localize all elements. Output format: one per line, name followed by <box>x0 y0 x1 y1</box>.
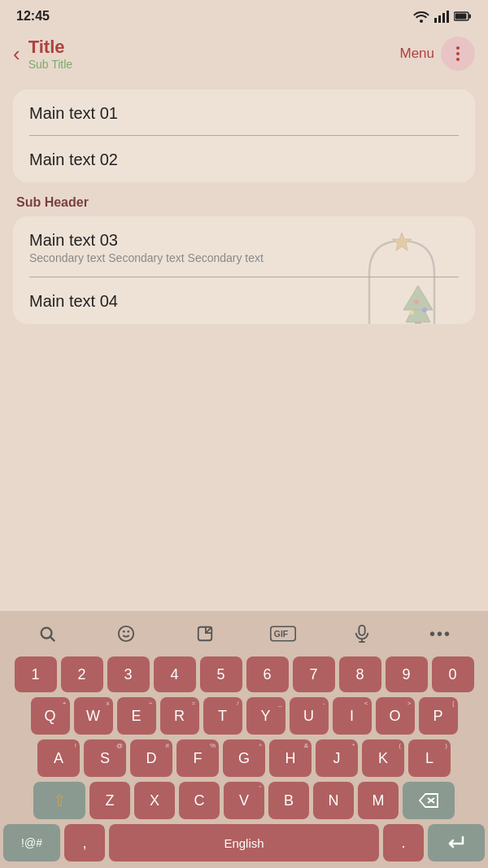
key-8[interactable]: 8 <box>339 656 381 692</box>
key-S[interactable]: @S <box>84 739 126 777</box>
gif-toolbar-icon[interactable]: GIF <box>268 619 298 648</box>
status-time: 12:45 <box>16 9 50 24</box>
key-9[interactable]: 9 <box>386 656 428 692</box>
status-bar: 12:45 <box>0 0 488 29</box>
more-toolbar-icon[interactable]: ••• <box>426 619 455 648</box>
key-R[interactable]: =R <box>160 697 199 735</box>
list-item-1[interactable]: Main text 01 <box>13 89 475 136</box>
key-H[interactable]: &H <box>269 739 312 777</box>
zxcv-row: ⇧ZXC"VBNM <box>3 782 485 819</box>
key-L[interactable]: )L <box>408 739 451 777</box>
mic-toolbar-icon[interactable] <box>347 619 377 648</box>
more-dots-icon <box>456 46 460 61</box>
main-text-04: Main text 04 <box>29 292 459 311</box>
key-T[interactable]: /T <box>203 697 242 735</box>
delete-key[interactable] <box>403 782 455 819</box>
content-area: Main text 01 Main text 02 Sub Header Mai… <box>0 81 488 513</box>
shift-icon: ⇧ <box>53 791 67 810</box>
svg-rect-2 <box>442 13 445 23</box>
svg-point-17 <box>119 626 133 641</box>
key-A[interactable]: !A <box>37 739 80 777</box>
keyboard-toolbar: GIF ••• <box>0 611 488 653</box>
list-item-4[interactable]: Main text 04 <box>13 277 475 324</box>
key-D[interactable]: #D <box>130 739 172 777</box>
key-I[interactable]: <I <box>333 697 372 735</box>
number-row: 1234567890 <box>3 656 485 692</box>
period-label: . <box>401 835 405 852</box>
key-X[interactable]: X <box>134 782 175 819</box>
bottom-row: !@# , English . <box>0 824 488 868</box>
app-title: Title <box>28 37 72 58</box>
menu-button[interactable]: Menu <box>399 46 434 62</box>
period-key[interactable]: . <box>383 824 424 861</box>
key-W[interactable]: xW <box>74 697 113 735</box>
comma-label: , <box>82 835 86 852</box>
key-C[interactable]: C <box>179 782 220 819</box>
more-options-button[interactable] <box>441 37 475 71</box>
svg-rect-23 <box>359 626 364 635</box>
battery-icon <box>454 11 472 22</box>
sticker-toolbar-icon[interactable] <box>190 619 220 648</box>
key-Y[interactable]: _Y <box>246 697 285 735</box>
comma-key[interactable]: , <box>64 824 105 861</box>
enter-icon <box>447 835 466 850</box>
sub-header: Sub Header <box>13 190 475 216</box>
emoji-toolbar-icon[interactable] <box>111 619 141 648</box>
main-text-02: Main text 02 <box>29 150 459 169</box>
wifi-icon <box>413 10 429 23</box>
app-bar-right: Menu <box>399 37 475 71</box>
key-5[interactable]: 5 <box>200 656 242 692</box>
shift-key[interactable]: ⇧ <box>33 782 85 819</box>
key-3[interactable]: 3 <box>107 656 150 692</box>
number-row-container: 1234567890 +QxW÷E=R/T_Y-U<I>O[P !A@S#D%F… <box>0 653 488 819</box>
space-key[interactable]: English <box>109 824 379 861</box>
enter-key[interactable] <box>428 824 485 861</box>
asdf-row: !A@S#D%F^G&H*J(K)L <box>3 739 485 777</box>
svg-line-16 <box>50 637 54 641</box>
key-J[interactable]: *J <box>316 739 358 777</box>
list-card-2: Main text 03 Secondary text Secondary te… <box>13 216 475 324</box>
keyboard-area: GIF ••• 1234567890 +QxW÷E=R/T_Y-U<I>O[P … <box>0 611 488 868</box>
qwerty-row: +QxW÷E=R/T_Y-U<I>O[P <box>3 697 485 735</box>
title-block: Title Sub Title <box>28 37 72 71</box>
key-Z[interactable]: Z <box>89 782 130 819</box>
key-M[interactable]: M <box>358 782 399 819</box>
svg-rect-6 <box>455 14 467 20</box>
key-U[interactable]: -U <box>290 697 329 735</box>
key-2[interactable]: 2 <box>61 656 103 692</box>
key-7[interactable]: 7 <box>293 656 335 692</box>
sym-label: !@# <box>21 836 42 849</box>
key-1[interactable]: 1 <box>15 656 57 692</box>
app-bar-left: ‹ Title Sub Title <box>13 37 72 71</box>
key-K[interactable]: (K <box>362 739 404 777</box>
key-E[interactable]: ÷E <box>117 697 156 735</box>
list-item-2[interactable]: Main text 02 <box>13 136 475 182</box>
key-P[interactable]: [P <box>419 697 458 735</box>
svg-rect-0 <box>434 18 437 23</box>
key-6[interactable]: 6 <box>246 656 289 692</box>
key-N[interactable]: N <box>313 782 354 819</box>
key-V[interactable]: "V <box>224 782 264 819</box>
main-text-01: Main text 01 <box>29 104 459 123</box>
key-0[interactable]: 0 <box>432 656 474 692</box>
key-Q[interactable]: +Q <box>31 697 70 735</box>
secondary-text-03: Secondary text Secondary text Secondary … <box>29 251 459 264</box>
status-icons <box>413 10 472 23</box>
svg-rect-1 <box>438 15 441 23</box>
space-label: English <box>224 836 264 850</box>
svg-rect-3 <box>447 11 449 23</box>
app-bar: ‹ Title Sub Title Menu <box>0 29 488 81</box>
svg-text:GIF: GIF <box>274 630 288 639</box>
back-button[interactable]: ‹ <box>13 41 20 67</box>
key-O[interactable]: >O <box>376 697 415 735</box>
key-F[interactable]: %F <box>176 739 219 777</box>
delete-icon <box>418 792 439 809</box>
app-subtitle: Sub Title <box>28 58 72 71</box>
key-G[interactable]: ^G <box>223 739 265 777</box>
search-toolbar-icon[interactable] <box>33 619 62 648</box>
key-4[interactable]: 4 <box>154 656 196 692</box>
sym-key[interactable]: !@# <box>3 824 60 861</box>
key-B[interactable]: B <box>268 782 309 819</box>
list-item-3[interactable]: Main text 03 Secondary text Secondary te… <box>13 216 475 277</box>
list-card-1: Main text 01 Main text 02 <box>13 89 475 182</box>
